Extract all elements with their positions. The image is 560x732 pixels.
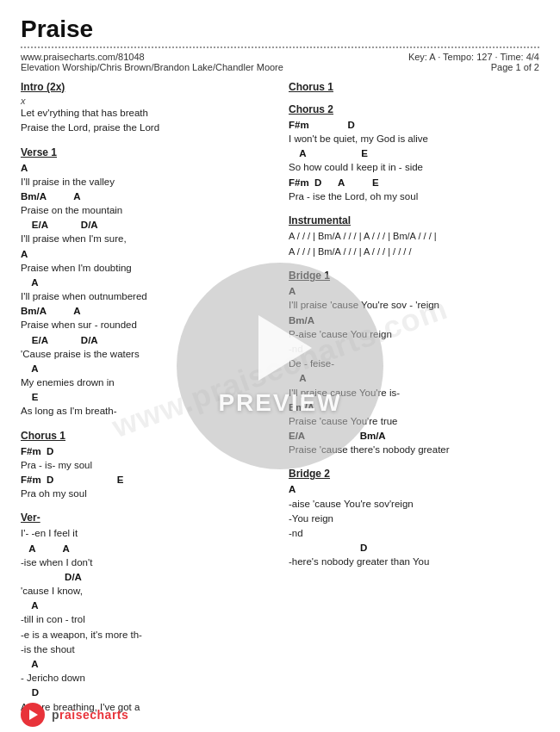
- section-bridge2: Bridge 2 A -aise 'cause You're sov'reign…: [289, 468, 539, 569]
- section-instrumental: Instrumental A / / / | Bm/A / / / | A / …: [289, 214, 539, 259]
- chorus1-right-title: Chorus 1: [289, 81, 539, 93]
- footer-play-icon: [29, 710, 38, 720]
- key-tempo-time: Key: A · Tempo: 127 · Time: 4/4 Page 1 o…: [408, 52, 539, 72]
- bridge2-title: Bridge 2: [289, 468, 539, 480]
- section-intro: Intro (2x) x Let ev'rything that has bre…: [21, 81, 271, 136]
- section-verse1: Verse 1 A I'll praise in the valley Bm/A…: [21, 146, 271, 419]
- chorus1-left-title: Chorus 1: [21, 430, 271, 442]
- footer: praisecharts: [21, 703, 128, 727]
- intro-title: Intro (2x): [21, 81, 271, 93]
- page: Praise www.praisecharts.com/81048 Elevat…: [0, 0, 560, 732]
- meta-row: www.praisecharts.com/81048 Elevation Wor…: [21, 52, 539, 72]
- verse1-title: Verse 1: [21, 146, 271, 158]
- section-verse2-partial: Ver- I'- -en I feel it A A -ise when I d…: [21, 512, 271, 714]
- right-column: Chorus 1 Chorus 2 F#m D I won't be quiet…: [289, 81, 539, 725]
- verse2-partial-title: Ver-: [21, 512, 271, 524]
- url-authors: www.praisecharts.com/81048 Elevation Wor…: [21, 52, 283, 72]
- intro-x: x: [21, 96, 271, 106]
- bridge1-title: Bridge 1: [289, 270, 539, 282]
- chorus2-title: Chorus 2: [289, 103, 539, 115]
- left-column: Intro (2x) x Let ev'rything that has bre…: [21, 81, 271, 725]
- title: Praise: [21, 16, 539, 43]
- section-chorus1-right: Chorus 1: [289, 81, 539, 93]
- footer-brand: praisecharts: [52, 708, 128, 722]
- section-chorus1-left: Chorus 1 F#m D Pra - is- my soul F#m D E…: [21, 430, 271, 502]
- section-chorus2: Chorus 2 F#m D I won't be quiet, my God …: [289, 103, 539, 204]
- section-bridge1: Bridge 1 A I'll praise 'cause You're sov…: [289, 270, 539, 457]
- instrumental-title: Instrumental: [289, 214, 539, 226]
- content-columns: Intro (2x) x Let ev'rything that has bre…: [21, 81, 539, 725]
- divider: [21, 47, 539, 48]
- footer-logo: [21, 703, 45, 727]
